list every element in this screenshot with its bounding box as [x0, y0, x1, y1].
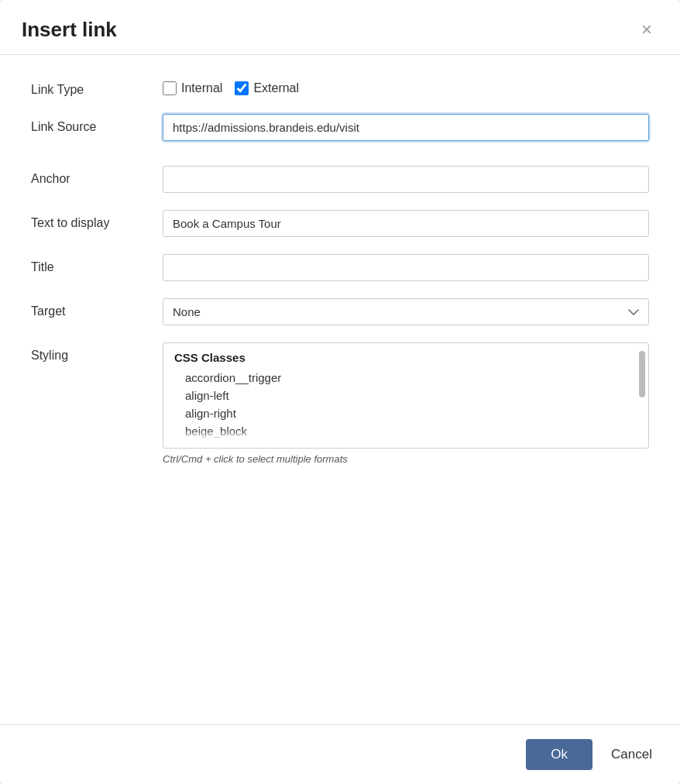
title-input[interactable] — [163, 254, 649, 281]
list-item[interactable]: align-right — [185, 404, 637, 422]
link-source-label: Link Source — [31, 114, 163, 134]
link-source-row: Link Source — [31, 114, 649, 141]
dialog-body: Link Type Internal External Link Source — [0, 55, 680, 724]
list-item[interactable]: align-left — [185, 387, 637, 404]
list-item[interactable]: beige_block — [185, 422, 637, 440]
spacer — [31, 158, 649, 166]
link-source-input[interactable] — [163, 114, 649, 141]
target-select[interactable]: None _blank _self _parent _top — [163, 298, 649, 325]
dialog-header: Insert link × — [0, 0, 680, 55]
styling-control: CSS Classes accordion__trigger align-lef… — [163, 342, 649, 465]
css-classes-box[interactable]: CSS Classes accordion__trigger align-lef… — [163, 342, 649, 449]
dialog-title: Insert link — [22, 18, 117, 42]
css-classes-header: CSS Classes — [163, 343, 648, 369]
link-type-label: Link Type — [31, 77, 163, 97]
target-label: Target — [31, 298, 163, 318]
insert-link-dialog: Insert link × Link Type Internal Externa… — [0, 0, 680, 784]
css-classes-hint: Ctrl/Cmd + click to select multiple form… — [163, 453, 649, 465]
anchor-label: Anchor — [31, 166, 163, 186]
anchor-row: Anchor — [31, 166, 649, 193]
styling-row: Styling CSS Classes accordion__trigger a… — [31, 342, 649, 465]
title-row: Title — [31, 254, 649, 281]
text-to-display-input[interactable] — [163, 210, 649, 237]
text-to-display-label: Text to display — [31, 210, 163, 230]
list-item[interactable]: accordion__trigger — [185, 369, 637, 387]
target-control: None _blank _self _parent _top — [163, 298, 649, 325]
styling-label: Styling — [31, 342, 163, 363]
external-label: External — [253, 81, 299, 95]
target-row: Target None _blank _self _parent _top — [31, 298, 649, 325]
anchor-control — [163, 166, 649, 193]
cancel-button[interactable]: Cancel — [605, 739, 658, 770]
scrollbar-indicator[interactable] — [639, 351, 645, 397]
external-checkbox-label[interactable]: External — [235, 81, 299, 95]
internal-checkbox[interactable] — [163, 81, 177, 95]
title-label: Title — [31, 254, 163, 274]
dialog-footer: Ok Cancel — [0, 724, 680, 784]
css-classes-list: accordion__trigger align-left align-righ… — [163, 369, 648, 448]
text-to-display-row: Text to display — [31, 210, 649, 237]
link-source-control — [163, 114, 649, 141]
internal-checkbox-label[interactable]: Internal — [163, 81, 222, 95]
link-type-controls: Internal External — [163, 77, 649, 95]
anchor-input[interactable] — [163, 166, 649, 193]
link-type-row: Link Type Internal External — [31, 77, 649, 97]
ok-button[interactable]: Ok — [526, 739, 592, 770]
text-to-display-control — [163, 210, 649, 237]
title-control — [163, 254, 649, 281]
close-button[interactable]: × — [635, 17, 658, 42]
internal-label: Internal — [181, 81, 222, 95]
external-checkbox[interactable] — [235, 81, 249, 95]
